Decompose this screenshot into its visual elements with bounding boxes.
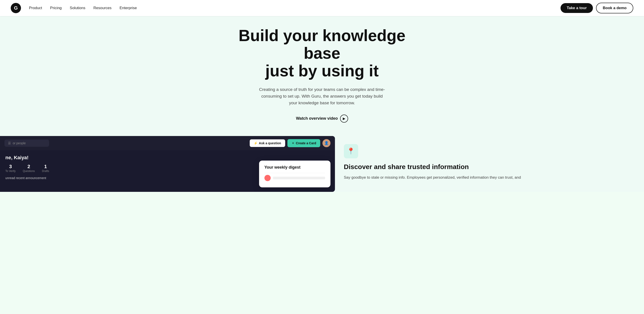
- app-section: ☰ or people ⚡ Ask a question ＋ Create a …: [0, 136, 644, 192]
- book-demo-button[interactable]: Book a demo: [596, 3, 633, 14]
- nav-resources[interactable]: Resources: [94, 6, 112, 10]
- stat-questions: 2 Questions: [23, 164, 35, 173]
- feature-title: Discover and share trusted information: [344, 163, 633, 171]
- app-greeting: ne, Kaiya!: [5, 155, 330, 161]
- digest-card: Your weekly digest: [259, 161, 330, 187]
- plus-icon: ＋: [292, 141, 294, 145]
- user-avatar[interactable]: 👤: [322, 139, 330, 147]
- nav-right: Take a tour Book a demo: [560, 3, 633, 14]
- take-tour-button[interactable]: Take a tour: [560, 3, 593, 13]
- app-search[interactable]: ☰ or people: [4, 140, 49, 147]
- ask-question-button[interactable]: ⚡ Ask a question: [250, 139, 285, 147]
- nav-enterprise[interactable]: Enterprise: [120, 6, 137, 10]
- watch-video-link[interactable]: Watch overview video ▶: [296, 115, 348, 123]
- app-preview: ☰ or people ⚡ Ask a question ＋ Create a …: [0, 136, 335, 192]
- digest-item-text: [273, 177, 325, 179]
- stat-drafts: 1 Drafts: [42, 164, 49, 173]
- nav-product[interactable]: Product: [29, 6, 42, 10]
- digest-title: Your weekly digest: [264, 165, 325, 170]
- nav-solutions[interactable]: Solutions: [70, 6, 86, 10]
- feature-panel: 📍 Discover and share trusted information…: [335, 136, 644, 188]
- feature-desc: Say goodbye to stale or missing info. Em…: [344, 174, 633, 180]
- search-icon: ☰: [8, 141, 11, 145]
- stat-to-verify: 3 To Verify: [5, 164, 16, 173]
- play-icon: ▶: [340, 115, 348, 123]
- create-card-button[interactable]: ＋ Create a Card: [288, 139, 320, 147]
- lightning-icon: ⚡: [254, 141, 258, 145]
- search-placeholder: or people: [13, 141, 26, 145]
- hero-headline: Build your knowledge base just by using …: [235, 27, 409, 80]
- hero-section: Build your knowledge base just by using …: [0, 0, 644, 136]
- topbar-actions: ⚡ Ask a question ＋ Create a Card 👤: [250, 139, 330, 147]
- digest-dot: [264, 175, 271, 181]
- app-topbar: ☰ or people ⚡ Ask a question ＋ Create a …: [0, 136, 335, 150]
- nav-left: G Product Pricing Solutions Resources En…: [11, 3, 137, 13]
- logo[interactable]: G: [11, 3, 21, 13]
- navbar: G Product Pricing Solutions Resources En…: [0, 0, 644, 16]
- hero-headline-line2: just by using it: [265, 62, 379, 80]
- digest-item-1: [264, 173, 325, 183]
- hero-headline-line1: Build your knowledge base: [238, 27, 406, 62]
- nav-links: Product Pricing Solutions Resources Ente…: [29, 6, 137, 10]
- hero-subtext: Creating a source of truth for your team…: [257, 86, 387, 107]
- feature-icon: 📍: [344, 144, 358, 158]
- nav-pricing[interactable]: Pricing: [50, 6, 62, 10]
